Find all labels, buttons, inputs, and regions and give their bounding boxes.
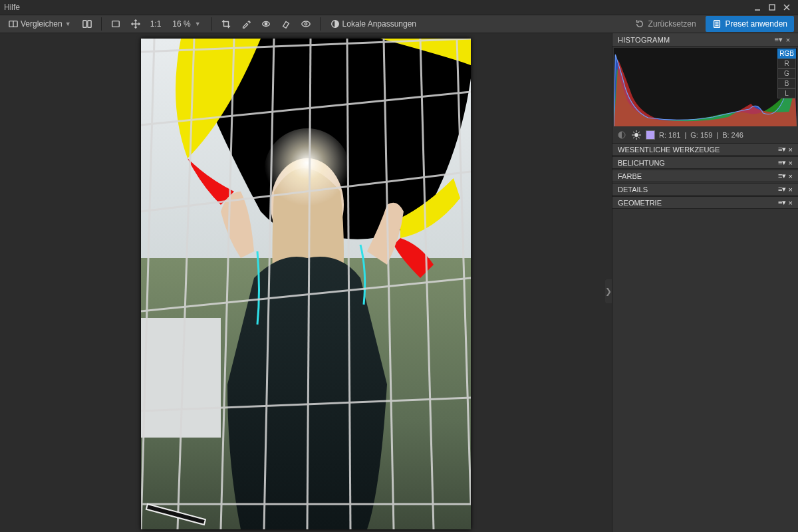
local-adjustments-button[interactable]: Lokale Anpassungen <box>326 17 421 31</box>
fit-button[interactable] <box>107 17 124 31</box>
apply-preset-label: Preset anwenden <box>726 19 787 29</box>
histogram-channel-tabs: RGB R G B L <box>777 49 796 98</box>
svg-rect-6 <box>83 21 86 28</box>
shadow-clip-icon[interactable] <box>616 130 627 140</box>
panel-menu-icon[interactable]: ≡▾ <box>774 35 783 44</box>
reset-label: Zurücksetzen <box>648 19 696 29</box>
panel-section-label: WESENTLICHE WERKZEUGE <box>618 146 720 154</box>
panel-menu-icon[interactable]: ≡▾ <box>778 145 786 154</box>
svg-line-49 <box>633 132 634 133</box>
maximize-button[interactable] <box>765 1 779 13</box>
compare-button[interactable]: Vergleichen ▼ <box>4 17 76 31</box>
main-toolbar: Vergleichen ▼ 1:1 16 % ▼ Lokale Anpassun… <box>0 15 798 33</box>
ratio-label: 1:1 <box>150 19 162 29</box>
local-adjustments-label: Lokale Anpassungen <box>342 19 416 29</box>
channel-tab-b[interactable]: B <box>777 78 796 88</box>
panel-close-icon[interactable]: × <box>789 186 793 194</box>
svg-point-44 <box>634 133 638 137</box>
channel-tab-g[interactable]: G <box>777 68 796 78</box>
histogram-header[interactable]: HISTOGRAMM ≡▾ × <box>612 33 798 47</box>
panel-collapse-handle[interactable]: ❯ <box>605 279 612 303</box>
svg-rect-8 <box>112 21 119 27</box>
panel-close-icon[interactable]: × <box>783 36 793 44</box>
panel-section-details[interactable]: DETAILS≡▾ × <box>612 183 798 196</box>
crop-tool-button[interactable] <box>217 17 235 31</box>
panel-section-label: BELICHTUNG <box>618 159 665 167</box>
right-panel: HISTOGRAMM ≡▾ × RGB R G B L <box>612 33 798 532</box>
side-by-side-button[interactable] <box>78 17 96 31</box>
redeye-tool-button[interactable] <box>257 17 275 31</box>
reset-button[interactable]: Zurücksetzen <box>628 16 703 32</box>
photo-preview <box>141 39 471 529</box>
svg-line-52 <box>638 132 640 133</box>
main-area: ❯ HISTOGRAMM ≡▾ × RGB R G <box>0 33 798 532</box>
panel-menu-icon[interactable]: ≡▾ <box>778 172 786 180</box>
menu-bar: Hilfe <box>0 0 798 15</box>
panel-close-icon[interactable]: × <box>789 199 793 207</box>
zoom-level-dropdown[interactable]: 16 % ▼ <box>167 17 205 31</box>
panel-section-geometry[interactable]: GEOMETRIE≡▾ × <box>612 196 798 209</box>
svg-point-12 <box>265 23 267 25</box>
svg-rect-1 <box>769 5 775 10</box>
svg-line-50 <box>638 137 640 138</box>
sample-color-swatch <box>646 130 655 140</box>
channel-tab-r[interactable]: R <box>777 59 796 68</box>
panel-close-icon[interactable]: × <box>789 172 793 180</box>
panel-section-essential-tools[interactable]: WESENTLICHE WERKZEUGE≡▾ × <box>612 143 798 156</box>
panel-menu-icon[interactable]: ≡▾ <box>778 158 786 167</box>
svg-point-14 <box>305 23 307 25</box>
channel-tab-rgb[interactable]: RGB <box>777 49 796 59</box>
chevron-down-icon: ▼ <box>65 21 71 27</box>
help-menu[interactable]: Hilfe <box>4 3 20 12</box>
compare-label: Vergleichen <box>21 19 63 29</box>
separator <box>101 17 102 31</box>
erase-tool-button[interactable] <box>277 17 295 31</box>
canvas-area[interactable] <box>0 33 612 532</box>
preview-tool-button[interactable] <box>297 17 315 31</box>
histogram-title: HISTOGRAMM <box>618 36 670 44</box>
panel-section-label: GEOMETRIE <box>618 199 662 207</box>
readout-g: G: 159 <box>690 131 712 139</box>
apply-preset-button[interactable]: Preset anwenden <box>706 16 794 32</box>
highlight-clip-icon[interactable] <box>631 130 642 140</box>
channel-tab-l[interactable]: L <box>777 88 796 98</box>
panel-section-color[interactable]: FARBE≡▾ × <box>612 170 798 182</box>
chevron-down-icon: ▼ <box>195 21 201 27</box>
zoom-1to1-button[interactable]: 1:1 <box>147 17 165 31</box>
separator <box>211 17 212 31</box>
zoom-value: 16 % <box>172 19 190 29</box>
svg-rect-7 <box>88 21 91 28</box>
panel-section-label: FARBE <box>618 172 642 180</box>
svg-line-51 <box>633 137 634 138</box>
panel-close-icon[interactable]: × <box>789 159 793 167</box>
readout-b: B: 246 <box>722 131 743 139</box>
pan-button[interactable] <box>127 17 144 31</box>
svg-point-25 <box>264 128 350 215</box>
readout-r: R: 181 <box>659 131 680 139</box>
panel-close-icon[interactable]: × <box>789 146 793 154</box>
minimize-button[interactable] <box>750 1 765 13</box>
separator <box>320 17 321 31</box>
panel-menu-icon[interactable]: ≡▾ <box>778 185 786 194</box>
panel-section-exposure[interactable]: BELICHTUNG≡▾ × <box>612 156 798 169</box>
histogram-readout: R: 181 | G: 159 | B: 246 <box>612 128 798 142</box>
close-button[interactable] <box>779 1 794 13</box>
panel-section-label: DETAILS <box>618 186 648 194</box>
histogram-display: RGB R G B L <box>614 48 797 126</box>
svg-point-13 <box>301 21 309 27</box>
eyedropper-tool-button[interactable] <box>237 17 255 31</box>
panel-menu-icon[interactable]: ≡▾ <box>778 198 786 207</box>
